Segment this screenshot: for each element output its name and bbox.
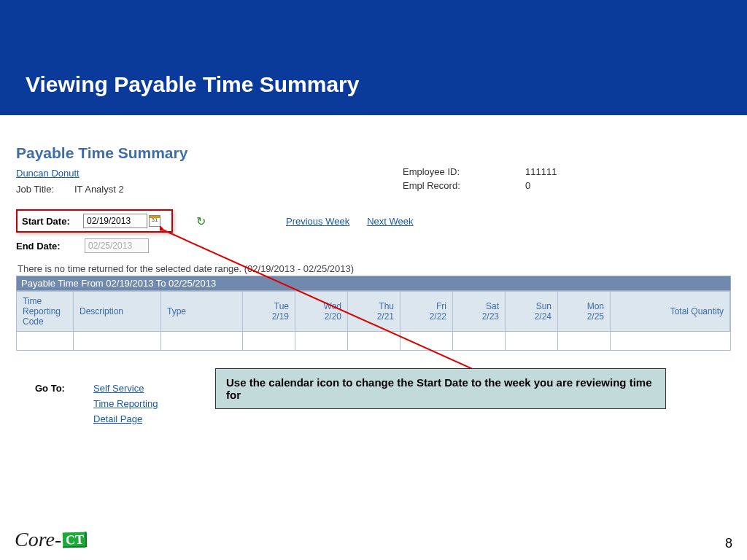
slide-title: Viewing Payable Time Summary: [26, 72, 359, 97]
instruction-callout: Use the calendar icon to change the Star…: [215, 368, 666, 409]
emp-id-label: Employee ID:: [403, 166, 512, 177]
ct-badge: CT: [63, 532, 88, 548]
no-time-notice: There is no time returned for the select…: [18, 263, 731, 274]
previous-week-link[interactable]: Previous Week: [286, 216, 349, 227]
col-description: Description: [74, 292, 161, 331]
payable-time-header-row: Time Reporting Code Description Type Tue…: [16, 291, 731, 332]
col-trc: Time Reporting Code: [17, 292, 74, 331]
start-date-row: Start Date: 31 ↻ Previous Week Next Week: [16, 209, 731, 233]
col-type: Type: [161, 292, 243, 331]
end-date-label: End Date:: [16, 241, 85, 252]
calendar-icon[interactable]: 31: [149, 215, 160, 227]
page-number: 8: [725, 536, 732, 551]
slide-header: Viewing Payable Time Summary: [0, 0, 747, 115]
col-wed: Wed2/20: [295, 292, 348, 331]
start-date-input[interactable]: [83, 214, 147, 228]
refresh-icon[interactable]: ↻: [196, 214, 206, 228]
start-date-label: Start Date:: [22, 216, 83, 227]
col-fri: Fri2/22: [400, 292, 453, 331]
col-thu: Thu2/21: [348, 292, 400, 331]
goto-detail-page[interactable]: Detail Page: [93, 413, 158, 424]
col-mon: Mon2/25: [558, 292, 611, 331]
goto-label: Go To:: [35, 383, 93, 429]
col-total-quantity: Total Quantity: [611, 292, 730, 331]
emp-id-value: 111111: [525, 166, 613, 177]
core-ct-logo: Core- CT: [15, 528, 87, 551]
end-date-input: [85, 238, 149, 253]
page-title: Payable Time Summary: [16, 144, 731, 162]
col-sat: Sat2/23: [453, 292, 506, 331]
col-sun: Sun2/24: [506, 292, 558, 331]
goto-self-service[interactable]: Self Service: [93, 383, 158, 394]
job-title-label: Job Title:: [16, 184, 74, 195]
goto-time-reporting[interactable]: Time Reporting: [93, 398, 158, 409]
start-date-highlight-box: Start Date: 31: [16, 209, 173, 233]
next-week-link[interactable]: Next Week: [367, 216, 413, 227]
table-title-bar: Payable Time From 02/19/2013 To 02/25/20…: [16, 276, 731, 291]
col-tue: Tue2/19: [243, 292, 295, 331]
payable-time-body-row: [16, 332, 731, 351]
empl-record-label: Empl Record:: [403, 180, 512, 191]
footer: Core- CT 8: [15, 528, 732, 551]
job-title-value: IT Analyst 2: [74, 184, 293, 195]
end-date-row: End Date:: [16, 238, 731, 253]
user-name-link[interactable]: Duncan Donutt: [16, 168, 80, 179]
empl-record-value: 0: [525, 180, 613, 191]
